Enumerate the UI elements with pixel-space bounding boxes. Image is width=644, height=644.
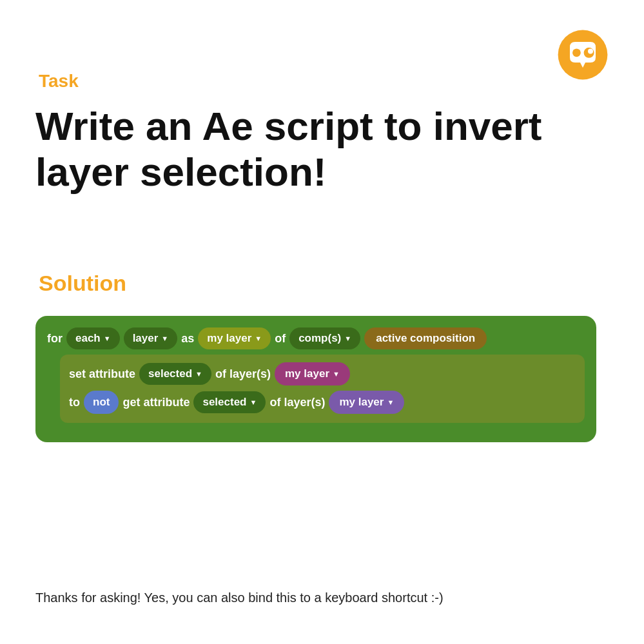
solution-label: Solution [39,271,126,296]
to-label: to [69,396,80,409]
comps-label: comp(s) [298,332,341,345]
active-composition-block[interactable]: active composition [364,327,487,349]
each-label: each [75,332,101,345]
set-attribute-label: set attribute [69,367,135,381]
layer-block[interactable]: layer ▼ [124,327,178,349]
my-layer-label-2: my layer [285,367,329,380]
each-block[interactable]: each ▼ [66,327,120,349]
svg-point-1 [572,48,581,57]
my-layer-label-3: my layer [339,396,384,409]
main-heading: Write an Ae script to invert layer selec… [35,103,564,195]
not-block[interactable]: not [84,391,119,414]
comps-arrow: ▼ [344,335,351,342]
my-layer-arrow-2: ▼ [333,370,340,378]
layer-label: layer [133,332,159,345]
set-attribute-row: set attribute selected ▼ of layer(s) my … [69,362,576,385]
my-layer-block-2[interactable]: my layer ▼ [275,362,350,385]
selected-block-2[interactable]: selected ▼ [193,391,266,413]
my-layer-arrow-3: ▼ [387,398,394,406]
selected-label-1: selected [148,367,192,380]
to-not-row: to not get attribute selected ▼ of layer… [69,391,576,414]
get-attribute-label: get attribute [122,396,190,409]
code-block: for each ▼ layer ▼ as my layer ▼ of comp… [35,316,596,442]
my-layer-block-3[interactable]: my layer ▼ [329,391,404,414]
my-layer-block-1[interactable]: my layer ▼ [198,327,271,349]
selected-label-2: selected [202,396,246,409]
layer-arrow: ▼ [161,335,168,342]
my-layer-arrow-1: ▼ [255,335,262,342]
for-loop-row: for each ▼ layer ▼ as my layer ▼ of comp… [47,327,585,349]
each-arrow: ▼ [104,335,111,342]
for-keyword: for [47,332,63,346]
selected-arrow-2: ▼ [250,398,257,406]
of-keyword: of [275,332,286,346]
active-composition-label: active composition [376,332,475,344]
selected-block-1[interactable]: selected ▼ [139,363,211,385]
logo [557,29,609,81]
not-label: not [93,396,110,408]
of-layers-label-2: of layer(s) [269,396,325,409]
as-keyword: as [181,332,194,346]
selected-arrow-1: ▼ [195,370,202,378]
my-layer-label-1: my layer [207,332,251,345]
of-layers-label-1: of layer(s) [215,367,271,381]
task-label: Task [39,71,79,92]
inner-block: set attribute selected ▼ of layer(s) my … [60,355,585,423]
svg-point-3 [588,48,593,54]
comps-block[interactable]: comp(s) ▼ [289,327,360,349]
footer-note: Thanks for asking! Yes, you can also bin… [35,590,444,605]
